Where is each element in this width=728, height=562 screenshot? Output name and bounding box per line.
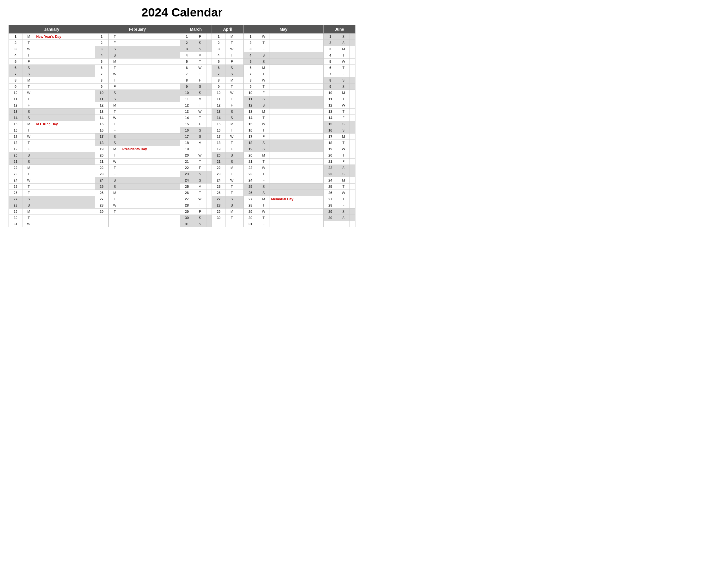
day-num-feb-29: 29 xyxy=(95,209,108,215)
day-num-apr-26: 26 xyxy=(212,190,226,196)
event-jun-26 xyxy=(350,190,355,196)
event-mar-27 xyxy=(206,196,212,202)
day-num-jan-15: 15 xyxy=(9,121,22,127)
day-num-feb-14: 14 xyxy=(95,115,108,121)
day-letter-jan-24: W xyxy=(22,177,35,184)
day-num-may-27: 27 xyxy=(244,196,257,202)
day-num-jan-21: 21 xyxy=(9,159,22,165)
day-letter-apr-24: W xyxy=(226,177,238,184)
day-num-feb-21: 21 xyxy=(95,159,108,165)
day-num-jun-3: 3 xyxy=(323,46,337,52)
day-letter-apr-16: T xyxy=(226,127,238,134)
day-letter-mar-2: S xyxy=(194,40,206,46)
event-mar-11 xyxy=(206,96,212,102)
day-num-mar-26: 26 xyxy=(180,190,194,196)
day-num-jun-11: 11 xyxy=(323,96,337,102)
day-letter-jan-2: T xyxy=(22,40,35,46)
day-letter-may-15: W xyxy=(257,121,270,127)
day-letter-jun-30: S xyxy=(337,215,350,221)
day-letter-mar-12: T xyxy=(194,102,206,109)
page-title: 2024 Calendar xyxy=(9,6,355,19)
event-mar-1 xyxy=(206,34,212,40)
day-num-apr-12: 12 xyxy=(212,102,226,109)
event-jan-7 xyxy=(35,71,95,77)
day-letter-mar-15: F xyxy=(194,121,206,127)
day-num-mar-24: 24 xyxy=(180,177,194,184)
event-jun-3 xyxy=(350,46,355,52)
day-letter-mar-3: S xyxy=(194,46,206,52)
day-num-may-29: 29 xyxy=(244,209,257,215)
day-num-feb-5: 5 xyxy=(95,59,108,65)
day-letter-apr-26: F xyxy=(226,190,238,196)
event-feb-18 xyxy=(121,140,180,146)
day-num-jan-12: 12 xyxy=(9,102,22,109)
event-jun-28 xyxy=(350,202,355,209)
day-letter-mar-18: M xyxy=(194,140,206,146)
day-num-jan-26: 26 xyxy=(9,190,22,196)
day-num-mar-18: 18 xyxy=(180,140,194,146)
day-num-may-6: 6 xyxy=(244,65,257,71)
event-feb-21 xyxy=(121,159,180,165)
event-jan-3 xyxy=(35,46,95,52)
event-mar-24 xyxy=(206,177,212,184)
day-letter-may-18: S xyxy=(257,140,270,146)
day-letter-apr-18: T xyxy=(226,140,238,146)
event-apr-12 xyxy=(238,102,243,109)
day-letter-apr-10: W xyxy=(226,90,238,96)
event-jan-30 xyxy=(35,215,95,221)
day-num-feb-31 xyxy=(95,221,108,227)
day-letter-jan-27: S xyxy=(22,196,35,202)
event-mar-7 xyxy=(206,71,212,77)
event-jun-19 xyxy=(350,146,355,152)
event-apr-25 xyxy=(238,184,243,190)
day-num-may-9: 9 xyxy=(244,84,257,90)
day-letter-mar-21: T xyxy=(194,159,206,165)
day-num-jan-11: 11 xyxy=(9,96,22,102)
event-mar-6 xyxy=(206,65,212,71)
day-num-mar-1: 1 xyxy=(180,34,194,40)
day-num-jan-20: 20 xyxy=(9,152,22,159)
event-mar-10 xyxy=(206,90,212,96)
day-letter-feb-2: F xyxy=(108,40,121,46)
day-num-apr-8: 8 xyxy=(212,77,226,84)
day-num-may-1: 1 xyxy=(244,34,257,40)
event-may-26 xyxy=(270,190,323,196)
event-jan-29 xyxy=(35,209,95,215)
day-letter-may-9: T xyxy=(257,84,270,90)
event-jun-14 xyxy=(350,115,355,121)
day-letter-may-12: S xyxy=(257,102,270,109)
event-jan-17 xyxy=(35,134,95,140)
event-apr-13 xyxy=(238,109,243,115)
event-mar-20 xyxy=(206,152,212,159)
day-letter-apr-19: F xyxy=(226,146,238,152)
event-jun-16 xyxy=(350,127,355,134)
day-num-feb-13: 13 xyxy=(95,109,108,115)
day-num-feb-7: 7 xyxy=(95,71,108,77)
day-num-mar-16: 16 xyxy=(180,127,194,134)
day-num-jun-9: 9 xyxy=(323,84,337,90)
event-feb-5 xyxy=(121,59,180,65)
day-letter-feb-21: W xyxy=(108,159,121,165)
event-mar-16 xyxy=(206,127,212,134)
day-num-jan-13: 13 xyxy=(9,109,22,115)
day-num-feb-24: 24 xyxy=(95,177,108,184)
day-letter-apr-31 xyxy=(226,221,238,227)
day-num-mar-13: 13 xyxy=(180,109,194,115)
event-may-4 xyxy=(270,52,323,59)
event-jun-24 xyxy=(350,177,355,184)
event-mar-26 xyxy=(206,190,212,196)
day-num-mar-19: 19 xyxy=(180,146,194,152)
day-num-may-19: 19 xyxy=(244,146,257,152)
day-letter-apr-2: T xyxy=(226,40,238,46)
day-num-apr-15: 15 xyxy=(212,121,226,127)
day-letter-mar-11: M xyxy=(194,96,206,102)
day-letter-feb-18: S xyxy=(108,140,121,146)
day-num-jun-1: 1 xyxy=(323,34,337,40)
header-march: March xyxy=(180,25,212,34)
day-letter-may-17: F xyxy=(257,134,270,140)
day-num-feb-27: 27 xyxy=(95,196,108,202)
day-num-jan-28: 28 xyxy=(9,202,22,209)
event-jun-15 xyxy=(350,121,355,127)
event-jan-4 xyxy=(35,52,95,59)
event-jan-22 xyxy=(35,165,95,171)
